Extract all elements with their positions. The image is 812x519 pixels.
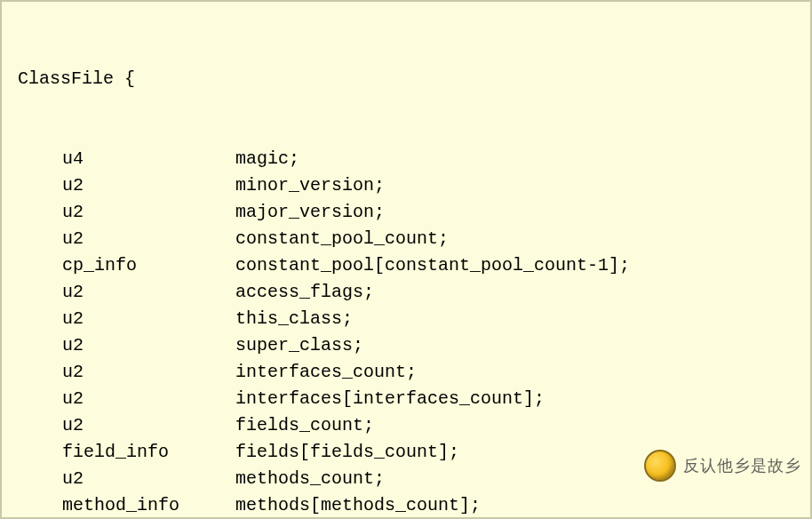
- field-type: method_info: [62, 492, 235, 519]
- field-name: interfaces[interfaces_count];: [235, 386, 794, 412]
- field-row: u2interfaces_count;: [18, 359, 794, 386]
- field-type: u4: [62, 146, 235, 172]
- struct-header: ClassFile {: [18, 66, 794, 92]
- field-name: fields_count;: [235, 412, 794, 439]
- field-type: u2: [62, 332, 235, 359]
- open-brace: {: [124, 68, 135, 89]
- field-type: u2: [62, 466, 235, 492]
- watermark: 反认他乡是故乡: [644, 450, 801, 482]
- field-row: u2interfaces[interfaces_count];: [18, 386, 794, 412]
- field-name: methods[methods_count];: [235, 492, 794, 519]
- field-name: access_flags;: [235, 279, 794, 306]
- classfile-struct-code: ClassFile { u4magic;u2minor_version;u2ma…: [18, 12, 794, 519]
- field-type: u2: [62, 279, 235, 306]
- field-name: this_class;: [235, 306, 794, 332]
- field-name: minor_version;: [235, 172, 794, 199]
- field-row: cp_infoconstant_pool[constant_pool_count…: [18, 252, 794, 279]
- field-type: u2: [62, 306, 235, 332]
- field-row: u2major_version;: [18, 199, 794, 226]
- field-name: super_class;: [235, 332, 794, 359]
- field-row: u2super_class;: [18, 332, 794, 359]
- field-row: u2fields_count;: [18, 412, 794, 439]
- field-type: u2: [62, 359, 235, 386]
- field-name: interfaces_count;: [235, 359, 794, 386]
- field-type: u2: [62, 386, 235, 412]
- field-name: major_version;: [235, 199, 794, 226]
- field-name: constant_pool_count;: [235, 226, 794, 252]
- field-name: magic;: [235, 146, 794, 172]
- watermark-text: 反认他乡是故乡: [683, 452, 801, 479]
- wechat-avatar-icon: [644, 450, 676, 482]
- field-type: u2: [62, 199, 235, 226]
- field-row: u4magic;: [18, 146, 794, 172]
- field-row: u2this_class;: [18, 306, 794, 332]
- field-type: u2: [62, 412, 235, 439]
- field-name: constant_pool[constant_pool_count-1];: [235, 252, 794, 279]
- field-row: u2minor_version;: [18, 172, 794, 199]
- field-type: u2: [62, 226, 235, 252]
- field-type: u2: [62, 172, 235, 199]
- struct-name: ClassFile: [18, 68, 114, 89]
- field-row: u2access_flags;: [18, 279, 794, 306]
- field-row: u2constant_pool_count;: [18, 226, 794, 252]
- field-type: field_info: [62, 439, 235, 466]
- field-type: cp_info: [62, 252, 235, 279]
- field-row: method_infomethods[methods_count];: [18, 492, 794, 519]
